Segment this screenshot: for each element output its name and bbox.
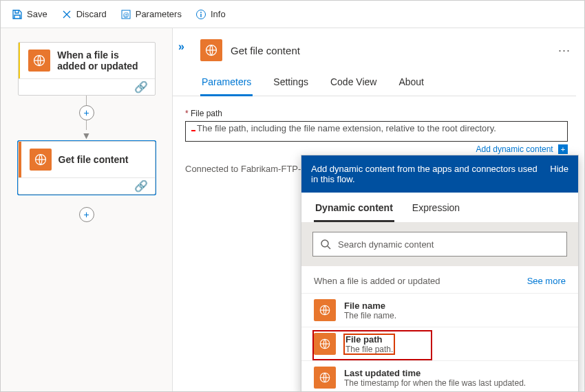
trigger-title: When a file is added or updated [57,50,146,72]
action-card[interactable]: Get file content 🔗 [18,141,156,195]
discard-button[interactable]: Discard [56,6,112,23]
search-icon [320,239,331,250]
hide-button[interactable]: Hide [550,164,568,184]
arrow-down-icon: ▼ [82,130,92,141]
dc-item-last-updated[interactable]: Last updated time The timestamp for when… [301,360,578,392]
item-subtitle: The timestamp for when the file was last… [344,378,526,388]
svg-point-3 [200,12,202,13]
file-path-placeholder: The file path, including the file name e… [197,123,496,133]
tab-parameters[interactable]: Parameters [200,72,253,96]
info-label: Info [211,9,226,19]
tab-settings[interactable]: Settings [272,72,310,96]
file-path-label: File path [185,109,568,118]
save-icon [12,9,23,20]
plus-icon: + [558,144,568,154]
item-title: Last updated time [344,368,526,378]
item-title: File name [344,301,396,311]
add-step-top[interactable]: + [79,105,94,120]
designer-canvas: When a file is added or updated 🔗 + ▼ Ge… [1,28,173,391]
save-label: Save [27,9,47,19]
action-card-footer: 🔗 [19,177,155,194]
collapse-button[interactable]: » [178,41,184,53]
link-icon: 🔗 [134,80,148,94]
popup-header-text: Add dynamic content from the apps and co… [311,164,542,184]
parameters-button[interactable]: @ Parameters [115,6,187,23]
item-subtitle: The file name. [344,311,396,320]
trigger-card[interactable]: When a file is added or updated 🔗 [18,42,156,96]
tab-codeview[interactable]: Code View [329,72,378,96]
connector-line-2 [86,120,87,130]
ftp-icon [28,50,50,72]
dc-item-file-path[interactable]: File path The file path. [301,327,578,360]
tab-dynamic-content[interactable]: Dynamic content [314,199,394,222]
item-subtitle: The file path. [345,345,393,354]
link-icon: 🔗 [134,179,148,193]
dynamic-content-popup: Add dynamic content from the apps and co… [301,155,579,392]
section-title: When a file is added or updated [314,276,440,286]
file-path-input[interactable]: The file path, including the file name e… [185,121,568,142]
info-icon [195,9,206,20]
popup-tabs: Dynamic content Expression [301,193,578,222]
ftp-icon [30,149,52,171]
ftp-icon [314,299,336,321]
svg-rect-4 [200,14,201,17]
see-more-link[interactable]: See more [527,276,566,286]
tab-expression[interactable]: Expression [411,199,461,222]
popup-header: Add dynamic content from the apps and co… [301,155,578,193]
add-dynamic-content-link[interactable]: Add dynamic content + [185,144,568,154]
ftp-icon [200,39,222,61]
info-button[interactable]: Info [190,6,231,23]
top-toolbar: Save Discard @ Parameters Info [1,1,584,28]
section-header: When a file is added or updated See more [301,266,578,293]
parameters-label: Parameters [136,9,182,19]
detail-title: Get file content [231,45,550,56]
tab-about[interactable]: About [397,72,425,96]
add-step-bottom[interactable]: + [79,207,94,222]
search-placeholder: Search dynamic content [338,239,434,250]
close-icon [61,9,72,20]
save-button[interactable]: Save [6,6,53,23]
parameters-icon: @ [120,9,131,20]
add-dynamic-label: Add dynamic content [476,144,553,154]
svg-line-9 [328,246,330,249]
ftp-icon [314,367,336,389]
overflow-menu[interactable]: ··· [558,43,571,58]
action-title: Get file content [58,154,129,165]
item-title: File path [345,334,393,345]
search-input[interactable]: Search dynamic content [312,232,567,257]
connector-line [86,96,87,105]
dc-item-file-name[interactable]: File name The file name. [301,293,578,327]
discard-label: Discard [76,9,107,19]
ftp-icon [314,333,336,355]
detail-tabs: Parameters Settings Code View About [173,61,576,96]
svg-point-8 [321,240,328,247]
trigger-card-footer: 🔗 [19,78,155,95]
svg-text:@: @ [123,12,129,19]
